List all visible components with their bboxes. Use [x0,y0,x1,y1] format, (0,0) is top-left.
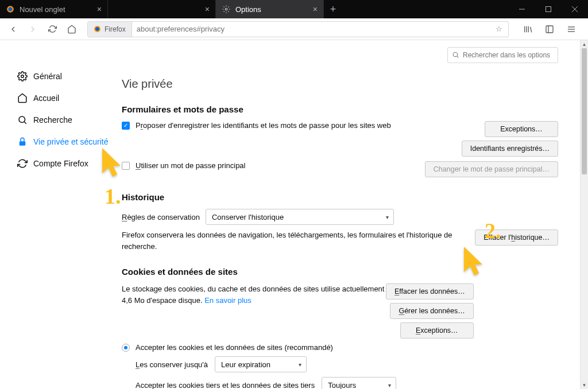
section-heading: Cookies et données de sites [122,267,558,277]
learn-more-link[interactable]: En savoir plus [204,296,252,305]
third-party-label: Accepter les cookies tiers et les donnée… [136,381,315,390]
titlebar: Nouvel onglet × × Options × + [0,0,588,18]
svg-line-20 [25,122,26,124]
sidebar-item-label: Vie privée et sécurité [33,137,108,146]
accept-cookies-radio[interactable] [122,344,130,352]
identity-label: Firefox [105,25,126,33]
save-logins-checkbox[interactable]: ✓ [122,122,130,130]
gear-icon [222,5,231,14]
sidebar-item-home[interactable]: Accueil [17,87,122,109]
third-party-select[interactable]: Toujours [322,377,396,389]
accept-cookies-label: Accepter les cookies et les données de s… [136,343,333,352]
clear-data-button[interactable]: Effacer les données… [386,283,474,299]
section-heading: Historique [122,192,558,202]
annotation-cursor-2 [462,246,483,278]
forward-button[interactable] [24,21,41,38]
sidebar-icon[interactable] [541,21,558,38]
scroll-up-icon[interactable]: ▲ [581,40,588,48]
reload-button[interactable] [44,21,61,38]
minimize-button[interactable] [509,0,535,18]
keep-until-select[interactable]: Leur expiration [215,356,307,372]
tab-label: Nouvel onglet [20,5,65,14]
svg-point-2 [225,8,227,10]
preferences-sidebar: Général Accueil Recherche Vie privée et … [0,40,122,389]
svg-rect-4 [546,7,551,12]
preferences-main: Vie privée Formulaires et mots de passe … [122,40,582,389]
home-icon [17,93,28,103]
saved-logins-button[interactable]: Identifiants enregistrés… [462,141,558,157]
url-text[interactable]: about:preferences#privacy [132,25,490,33]
exceptions-button[interactable]: Exceptions… [485,121,558,137]
history-desc: Firefox conservera les données de naviga… [122,229,472,252]
sidebar-item-label: Accueil [33,94,59,103]
cookies-exceptions-button[interactable]: Exceptions… [400,322,474,339]
bookmark-star-icon[interactable]: ☆ [490,25,508,33]
change-master-button: Changer le mot de passe principal… [425,161,558,177]
sidebar-item-label: Compte Firefox [33,159,88,168]
history-policy-select[interactable]: Conserver l'historique [206,209,394,225]
manage-data-button[interactable]: Gérer les données… [390,303,473,319]
save-logins-label: Proposer d'enregistrer les identifiants … [136,121,391,130]
sidebar-item-search[interactable]: Recherche [17,109,122,131]
section-heading: Formulaires et mots de passe [122,104,558,114]
close-icon[interactable]: × [97,5,102,14]
tab-blank[interactable]: × [108,0,216,18]
annotation-cursor-1 [100,147,122,180]
back-button[interactable] [5,21,22,38]
scrollbar-thumb[interactable] [582,48,587,174]
menu-icon[interactable] [563,21,580,38]
tab-new[interactable]: Nouvel onglet × [0,0,108,18]
svg-point-19 [19,116,25,123]
svg-rect-21 [20,141,26,146]
sync-icon [17,158,28,169]
firefox-icon [6,5,15,14]
svg-point-18 [21,75,24,78]
section-cookies: Cookies et données de sites Le stockage … [122,267,558,389]
page-title: Vie privée [122,77,558,91]
tab-options[interactable]: Options × [216,0,324,18]
identity-box[interactable]: Firefox [88,22,132,37]
master-password-label: Utiliser un mot de passe principal [136,161,245,170]
svg-line-23 [457,56,458,57]
preferences-content: Général Accueil Recherche Vie privée et … [0,40,582,389]
new-tab-button[interactable]: + [324,0,342,18]
svg-marker-24 [102,148,121,177]
options-search [447,47,558,63]
svg-marker-25 [464,247,482,275]
svg-rect-13 [546,26,553,33]
sidebar-item-general[interactable]: Général [17,65,122,87]
svg-point-22 [453,52,458,57]
navbar: Firefox about:preferences#privacy ☆ [0,18,588,40]
url-bar[interactable]: Firefox about:preferences#privacy ☆ [87,21,509,37]
close-window-button[interactable] [562,0,588,18]
history-policy-label: Règles de conservation [122,213,200,221]
close-icon[interactable]: × [205,5,210,14]
keep-until-label: Les conserver jusqu'à [136,360,208,369]
home-button[interactable] [63,21,80,38]
cookies-desc: Le stockage des cookies, du cache et des… [122,285,384,305]
master-password-checkbox[interactable] [122,162,130,170]
svg-line-12 [531,27,532,32]
scroll-down-icon[interactable]: ▼ [581,381,588,389]
gear-icon [17,71,28,81]
sidebar-item-label: Recherche [33,115,72,125]
vertical-scrollbar[interactable]: ▲ ▼ [580,40,588,389]
window-controls [509,0,588,18]
close-icon[interactable]: × [313,5,318,14]
maximize-button[interactable] [535,0,562,18]
tab-label: Options [235,5,261,14]
svg-point-8 [95,27,99,31]
library-icon[interactable] [519,21,536,38]
options-search-input[interactable] [447,47,558,63]
search-icon [17,115,28,125]
section-forms: Formulaires et mots de passe ✓ Proposer … [122,104,558,177]
lock-icon [17,137,28,147]
svg-point-1 [9,7,13,11]
search-icon [452,51,459,60]
annotation-number-1: 1. [105,184,121,209]
sidebar-item-label: Général [33,72,62,81]
annotation-number-2: 2. [485,218,501,243]
